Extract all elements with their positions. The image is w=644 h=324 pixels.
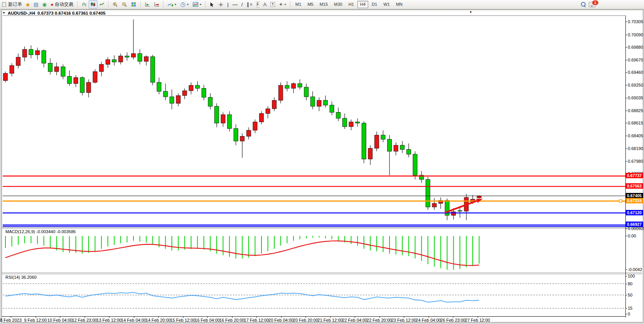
chart-title-bar: ▼ AUDUSD-,H4 0.67373 0.67416 0.67361 0.6… [2, 10, 106, 15]
candle [234, 128, 238, 141]
candle [29, 49, 33, 55]
rsi-line [5, 292, 479, 302]
candle [317, 100, 321, 106]
candle [157, 82, 161, 91]
chat-icon[interactable]: 1 [589, 2, 596, 7]
arrows-caret-icon: ▾ [285, 3, 286, 6]
indicators-button[interactable]: ▾ [166, 0, 178, 9]
candle [67, 77, 72, 84]
zoom-in-button[interactable] [111, 0, 120, 9]
rsi-axis-label: 50 [628, 293, 632, 297]
timeframe-button-H4[interactable]: H4 [357, 1, 368, 8]
price-axis-tick [625, 148, 627, 149]
timeframe-button-M1[interactable]: M1 [293, 1, 304, 8]
auto-scroll-button[interactable] [143, 0, 152, 9]
text-label-button[interactable]: T [268, 0, 277, 9]
price-axis-label: 0.68405 [628, 133, 643, 138]
bar-chart-button[interactable] [80, 0, 89, 9]
fibonacci-button[interactable]: F [254, 0, 261, 9]
price-axis-label: 0.68615 [628, 121, 643, 125]
equidistant-channel-button[interactable]: ∥E [245, 0, 255, 9]
timeframe-button-W1[interactable]: W1 [381, 1, 393, 8]
candle [413, 154, 417, 175]
timeframe-button-D1[interactable]: D1 [369, 1, 380, 8]
price-tag: 0.67319 [626, 198, 643, 203]
collapse-icon[interactable]: ▼ [2, 11, 5, 15]
indicators-icon [167, 2, 173, 7]
rsi-axis-label: 15 [628, 306, 632, 310]
price-axis-tick [625, 161, 627, 162]
candle [118, 56, 123, 62]
candle [374, 135, 379, 148]
line-chart-icon [99, 2, 104, 7]
candle [42, 51, 46, 63]
macd-pane[interactable] [3, 229, 625, 273]
candle [215, 106, 219, 123]
price-axis-tick [625, 22, 627, 22]
templates-button[interactable]: ▾ [191, 0, 203, 9]
data-window-button[interactable]: ▤ [32, 0, 40, 9]
candle [343, 118, 347, 127]
tile-windows-button[interactable] [129, 0, 138, 9]
vertical-line-button[interactable]: | [225, 0, 231, 9]
line-chart-button[interactable] [97, 0, 106, 9]
rsi-axis-label: 0 [628, 312, 630, 316]
drawing-tools-group: | — / ∥E F A T ✦▾ [208, 0, 288, 9]
autotrading-label: 自动交易 [55, 1, 73, 8]
rsi-axis-tick [625, 308, 627, 309]
symbol-period-label: AUDUSD-,H4 [8, 11, 35, 15]
arrows-button[interactable]: ✦▾ [277, 0, 288, 9]
candle [22, 49, 27, 57]
timeframe-button-M5[interactable]: M5 [305, 1, 316, 8]
horizontal-line-button[interactable]: — [231, 0, 239, 9]
candle [362, 123, 366, 159]
zoom-out-button[interactable] [120, 0, 129, 9]
candle [48, 63, 52, 72]
autotrading-button[interactable]: ● 自动交易 [49, 0, 75, 9]
toolbar-separator [162, 1, 164, 8]
candle [272, 100, 277, 109]
signals-button[interactable]: ◉ [40, 0, 48, 9]
candle [163, 91, 167, 97]
macd-axis-label: 0.00 [628, 234, 636, 238]
price-axis-label: 0.69460 [628, 70, 643, 75]
new-order-icon [2, 2, 7, 7]
candle [304, 87, 308, 97]
timeframe-button-M15[interactable]: M15 [317, 1, 330, 8]
price-pane[interactable] [3, 15, 625, 227]
timeframe-button-H1[interactable]: H1 [346, 1, 357, 8]
periods-button[interactable]: ▾ [178, 0, 191, 9]
cursor-button[interactable] [208, 0, 216, 9]
price-axis-tick [625, 98, 627, 98]
chart-menu-arrow-icon[interactable]: ▼ [469, 10, 472, 14]
time-axis-label: 27 Feb 12:00 [460, 318, 495, 322]
level-handle[interactable] [619, 200, 622, 202]
crosshair-button[interactable] [216, 0, 225, 9]
macd-axis-tick [625, 229, 627, 229]
toolbar-separator [108, 1, 109, 8]
timeframe-button-M30[interactable]: M30 [331, 1, 345, 8]
text-button[interactable]: A [261, 0, 269, 9]
scroll-group [143, 0, 161, 9]
chart-shift-button[interactable] [152, 0, 161, 9]
candlestick-chart-button[interactable] [89, 0, 97, 9]
price-axis-label: 0.70305 [628, 19, 643, 24]
rsi-axis-label: 100 [628, 274, 635, 278]
candle [240, 136, 244, 141]
price-axis-tick [625, 136, 627, 136]
trendline-button[interactable]: / [239, 0, 245, 9]
search-icon[interactable] [581, 2, 586, 7]
candle [298, 84, 302, 87]
timeframe-button-MN[interactable]: MN [393, 1, 405, 8]
periods-caret-icon: ▾ [187, 3, 189, 6]
market-watch-button[interactable]: ◆ [24, 0, 32, 9]
cursor-icon [210, 2, 214, 7]
candle [260, 114, 264, 122]
new-order-button[interactable]: 新订单 [0, 0, 24, 9]
candle [189, 85, 193, 91]
periods-clock-icon [180, 2, 186, 7]
candle [458, 211, 462, 211]
price-axis-tick [625, 85, 627, 85]
price-axis-label: 0.69670 [628, 58, 643, 62]
rsi-pane[interactable] [3, 274, 625, 316]
